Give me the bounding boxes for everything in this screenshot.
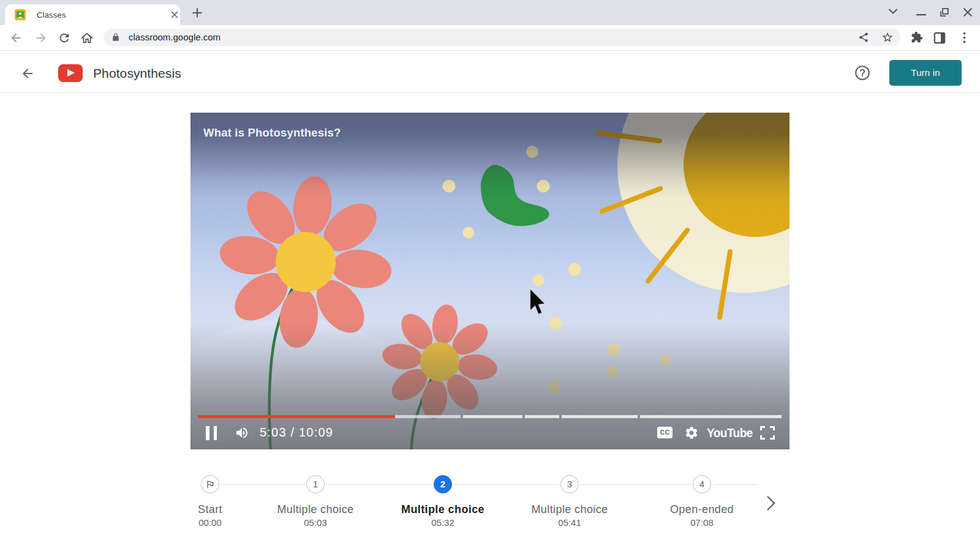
svg-text:YouTube: YouTube (707, 425, 753, 440)
svg-text:What is Photosynthesis?: What is Photosynthesis? (203, 126, 341, 139)
